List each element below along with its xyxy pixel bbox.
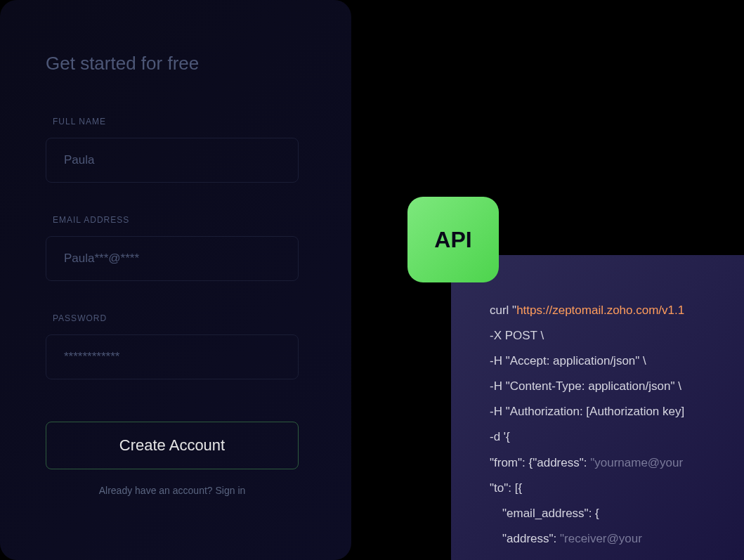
code-line-4: -H "Content-Type: application/json" \ <box>490 379 732 394</box>
email-field-group: EMAIL ADDRESS <box>46 215 309 281</box>
code-panel: curl "https://zeptomail.zoho.com/v1.1 -X… <box>451 255 744 560</box>
code-line-5: -H "Authorization: [Authorization key] <box>490 404 732 419</box>
create-account-button[interactable]: Create Account <box>46 422 299 469</box>
fullname-label: FULL NAME <box>53 117 309 126</box>
code-line-10: "address": "receiver@your <box>490 531 732 547</box>
code-line-3: -H "Accept: application/json" \ <box>490 353 732 369</box>
api-badge-text: API <box>434 227 471 253</box>
fullname-input[interactable] <box>46 138 299 183</box>
signup-title: Get started for free <box>46 53 309 74</box>
code-line-2: -X POST \ <box>490 328 732 344</box>
signup-panel: Get started for free FULL NAME EMAIL ADD… <box>0 0 351 560</box>
code-line-9: "email_address": { <box>490 506 732 521</box>
code-line-7: "from": {"address": "yourname@your <box>490 455 732 471</box>
fullname-field-group: FULL NAME <box>46 117 309 183</box>
code-line-8: "to": [{ <box>490 481 732 496</box>
password-label: PASSWORD <box>53 313 309 323</box>
code-line-6: -d '{ <box>490 429 732 445</box>
email-input[interactable] <box>46 236 299 281</box>
password-field-group: PASSWORD <box>46 313 309 379</box>
email-label: EMAIL ADDRESS <box>53 215 309 225</box>
code-line-1: curl "https://zeptomail.zoho.com/v1.1 <box>490 303 732 318</box>
password-input[interactable] <box>46 334 299 379</box>
api-badge: API <box>407 197 499 282</box>
signin-link[interactable]: Already have an account? Sign in <box>46 485 299 496</box>
